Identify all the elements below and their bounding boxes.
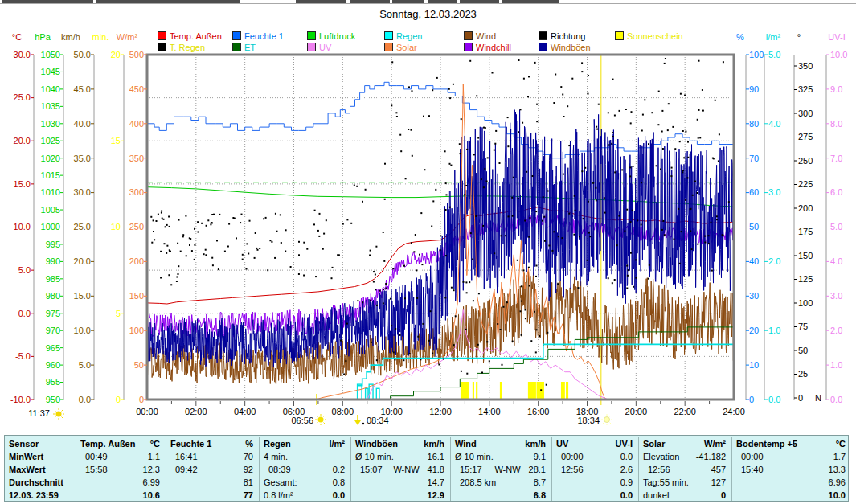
svg-text:150: 150 (129, 291, 144, 301)
table-value-row: 0.0 (552, 489, 638, 502)
svg-text:min.: min. (92, 32, 109, 42)
svg-text:1005: 1005 (41, 205, 60, 215)
svg-text:08:00: 08:00 (332, 407, 354, 416)
svg-text:10.0: 10.0 (830, 50, 847, 59)
table-row-label: MinWert (5, 450, 76, 463)
footer-left-time: 11:37 (28, 408, 50, 418)
svg-text:60: 60 (749, 187, 759, 197)
axis-deg: °350325300275250225200175150125100755025… (794, 32, 821, 403)
svg-text:02:00: 02:00 (185, 407, 207, 416)
svg-text:1015: 1015 (41, 170, 60, 180)
table-column-wind: Windkm/hØ 10 min.9.115:17W-NW28.1208.5 k… (450, 437, 551, 501)
table-value-row: 208.5 km8.7 (451, 476, 551, 489)
table-header: Regenl/m² (260, 437, 350, 450)
sunset-sun-icon (601, 414, 612, 425)
table-header: Temp. Außen°C (76, 437, 166, 450)
svg-text:10: 10 (749, 360, 759, 370)
svg-text:15: 15 (111, 136, 121, 145)
svg-text:%: % (736, 32, 744, 42)
table-value-row: 15:4013.3 (732, 463, 851, 476)
table-column-sensor: SensorMinWertMaxWertDurchschnitt12.03. 2… (5, 437, 76, 501)
svg-text:40.0: 40.0 (74, 119, 91, 129)
svg-text:3.0: 3.0 (830, 291, 842, 301)
svg-text:9.0: 9.0 (830, 84, 842, 94)
time-markers: 11:3706:5608:3418:34 (28, 408, 612, 425)
svg-text:25.0: 25.0 (74, 222, 91, 232)
svg-text:5.0: 5.0 (79, 360, 91, 370)
svg-text:1030: 1030 (41, 119, 60, 129)
svg-text:N: N (815, 393, 821, 403)
svg-text:20:00: 20:00 (625, 407, 648, 416)
table-value-row: 16:4170 (166, 450, 259, 463)
svg-text:3.0: 3.0 (768, 187, 780, 197)
svg-text:50: 50 (749, 222, 759, 232)
table-header: Windkm/h (451, 437, 551, 450)
svg-text:225: 225 (798, 179, 813, 189)
svg-text:965: 965 (46, 343, 60, 353)
table-value-row: 77 (166, 489, 259, 502)
axis-hPa: hPa1050104510401035103010251020101510101… (35, 32, 63, 404)
svg-text:5.0: 5.0 (830, 222, 842, 232)
svg-text:0: 0 (798, 393, 803, 403)
table-column-solar: SolarW/m²Elevation-41.18212:56457Tag:55 … (638, 437, 731, 501)
svg-text:0: 0 (139, 395, 144, 404)
table-value-row: 10.6 (76, 489, 166, 502)
svg-text:175: 175 (798, 227, 813, 236)
svg-text:°: ° (797, 32, 801, 42)
svg-text:5: 5 (116, 309, 121, 318)
svg-text:975: 975 (46, 309, 60, 318)
svg-text:12:00: 12:00 (429, 407, 452, 416)
svg-text:35.0: 35.0 (74, 154, 91, 163)
svg-text:970: 970 (46, 326, 60, 335)
x-axis: 00:0002:0004:0006:0008:0010:0012:0014:00… (136, 401, 745, 416)
svg-text:10.0: 10.0 (74, 326, 91, 335)
svg-text:00:00: 00:00 (136, 407, 158, 416)
table-column-temp-au-en: Temp. Außen°C00:491.115:5812.36.9910.6 (76, 437, 166, 501)
weather-day-report: Sonntag, 12.03.2023 Temp. AußenFeuchte 1… (0, 0, 856, 504)
weather-chart: °C30.025.020.015.010.05.00.0-5.0-10.0hPa… (0, 0, 856, 434)
svg-text:20: 20 (749, 326, 759, 335)
svg-text:100: 100 (749, 50, 764, 59)
svg-text:4.0: 4.0 (830, 256, 842, 266)
svg-text:1045: 1045 (41, 67, 60, 76)
svg-text:km/h: km/h (61, 32, 80, 42)
table-value-row: 00:000.0 (552, 450, 638, 463)
table-value-row: 6.8 (451, 489, 551, 502)
svg-text:250: 250 (129, 222, 144, 232)
svg-text:30.0: 30.0 (74, 187, 91, 197)
svg-text:25: 25 (798, 369, 808, 379)
rain-marker-icon (354, 415, 364, 425)
svg-text:5.0: 5.0 (768, 50, 780, 59)
svg-text:-5.0: -5.0 (15, 351, 31, 361)
svg-text:8.0: 8.0 (830, 119, 842, 129)
rain-marker-time: 08:34 (367, 416, 389, 425)
svg-text:5.0: 5.0 (18, 265, 31, 275)
svg-text:350: 350 (798, 61, 813, 71)
table-column-windb-en: Windböenkm/hØ 10 min.16.115:07W-NW41.814… (350, 437, 450, 501)
table-value-row: 12:562.6 (552, 463, 638, 476)
sunset-time: 18:34 (577, 416, 600, 425)
table-row-label: MaxWert (5, 463, 76, 476)
table-value-row: 10.0 (732, 489, 851, 502)
svg-text:10.0: 10.0 (14, 222, 31, 232)
svg-text:985: 985 (46, 274, 60, 284)
svg-text:150: 150 (798, 251, 813, 260)
svg-text:70: 70 (749, 154, 759, 163)
table-value-row: dunkel0 (639, 489, 731, 502)
svg-text:125: 125 (798, 274, 813, 284)
svg-text:1000: 1000 (41, 222, 60, 232)
svg-text:995: 995 (46, 240, 60, 249)
table-value-row: 0.9 (552, 476, 638, 489)
table-value-row: 81 (166, 476, 259, 489)
table-value-row: Tag:55 min.127 (639, 476, 731, 489)
svg-text:980: 980 (46, 291, 60, 301)
svg-text:10: 10 (111, 222, 121, 232)
svg-text:300: 300 (129, 187, 144, 197)
table-value-row: Ø 10 min.16.1 (351, 450, 450, 463)
svg-text:250: 250 (798, 156, 813, 166)
svg-text:80: 80 (749, 119, 759, 129)
svg-text:350: 350 (129, 154, 144, 163)
table-column-bodentemp-5: Bodentemp +5°C00:001.715:4013.36.9610.0 (731, 437, 851, 501)
svg-text:950: 950 (46, 395, 60, 404)
svg-text:W/m²: W/m² (117, 32, 138, 42)
